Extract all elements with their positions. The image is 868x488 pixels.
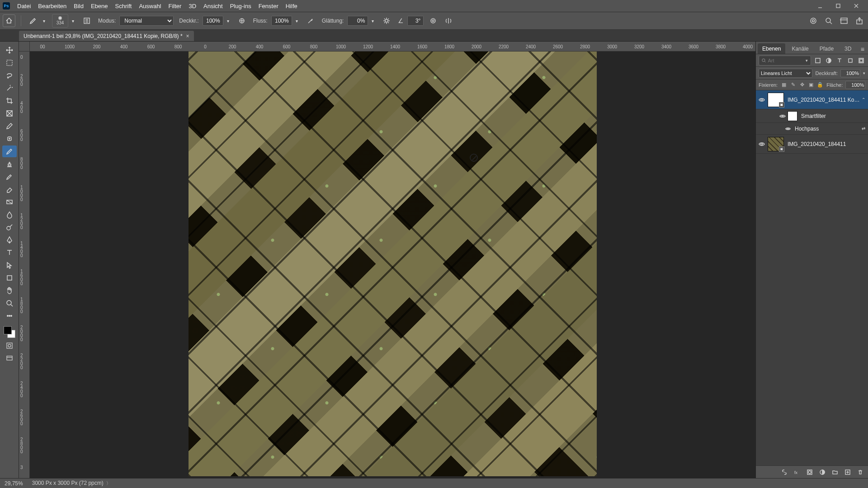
workspace-icon[interactable]	[838, 15, 850, 27]
lock-artboard-icon[interactable]: ▣	[807, 81, 815, 89]
gradient-tool[interactable]	[2, 196, 17, 208]
hand-tool[interactable]	[2, 285, 17, 296]
opacity-chevron-icon[interactable]: ▾	[227, 19, 232, 23]
ruler-horizontal[interactable]: 0010002004006008000200400600800100012001…	[19, 42, 755, 52]
menu-fenster[interactable]: Fenster	[255, 1, 282, 11]
cloud-docs-icon[interactable]	[807, 15, 819, 27]
panel-tab-3d[interactable]: 3D	[840, 43, 856, 54]
pen-tool[interactable]	[2, 234, 17, 246]
marquee-tool[interactable]	[2, 57, 17, 69]
layer-filter-search[interactable]: ▾	[759, 56, 811, 66]
blend-mode-select[interactable]: Normal	[119, 16, 174, 26]
panel-tab-kanaele[interactable]: Kanäle	[787, 43, 813, 54]
docinfo-chevron-icon[interactable]: 〉	[106, 481, 111, 486]
layer-row[interactable]: ▣ IMG_20210420_184411	[756, 135, 868, 154]
flow-input[interactable]	[271, 16, 292, 26]
filter-visibility-toggle[interactable]	[778, 113, 788, 119]
search-icon[interactable]	[823, 15, 835, 27]
document-tab[interactable]: Unbenannt-1 bei 29,8% (IMG_20210420_1844…	[19, 31, 194, 41]
stamp-tool[interactable]	[2, 158, 17, 170]
color-swatches[interactable]	[3, 325, 16, 339]
menu-datei[interactable]: Datei	[14, 1, 34, 11]
smartfilter-header[interactable]: Smartfilter	[756, 109, 868, 123]
lock-all-icon[interactable]: 🔒	[816, 81, 824, 89]
smartfilter-item-visibility[interactable]	[784, 126, 792, 131]
ruler-vertical[interactable]: 0200400600800100012001400160018002000220…	[19, 52, 30, 478]
foreground-color-swatch[interactable]	[4, 326, 12, 334]
filter-type-icon[interactable]	[835, 56, 844, 65]
eraser-tool[interactable]	[2, 183, 17, 195]
menu-bild[interactable]: Bild	[70, 1, 87, 11]
filter-chevron-icon[interactable]: ▾	[806, 58, 808, 63]
group-icon[interactable]	[831, 468, 839, 476]
filter-mask-thumb[interactable]	[788, 111, 797, 121]
layer-row[interactable]: ▣ IMG_20210420_184411 Kopie ⌃	[756, 90, 868, 109]
layer-thumb[interactable]: ▣	[768, 137, 784, 151]
layer-thumb[interactable]: ▣	[768, 93, 784, 107]
menu-ansicht[interactable]: Ansicht	[200, 1, 226, 11]
share-icon[interactable]	[854, 15, 865, 27]
crop-tool[interactable]	[2, 95, 17, 107]
ruler-origin[interactable]	[19, 42, 30, 52]
shape-tool[interactable]	[2, 272, 17, 284]
adjustment-icon[interactable]	[818, 468, 826, 476]
fx-icon[interactable]: fx	[793, 468, 801, 476]
zoom-level[interactable]: 29,75%	[5, 480, 23, 487]
close-tab-icon[interactable]: ×	[186, 33, 189, 39]
toolbox-more-icon[interactable]	[2, 310, 17, 322]
window-maximize-button[interactable]	[829, 0, 847, 12]
brush-panel-toggle-icon[interactable]	[81, 15, 93, 27]
mask-icon[interactable]	[806, 468, 814, 476]
layer-blend-mode-select[interactable]: Lineares Licht	[759, 69, 812, 78]
lock-paint-icon[interactable]: ✎	[789, 81, 797, 89]
blur-tool[interactable]	[2, 209, 17, 221]
menu-bearbeiten[interactable]: Bearbeiten	[34, 1, 70, 11]
panel-menu-icon[interactable]: ≡	[859, 45, 866, 54]
airbrush-icon[interactable]	[305, 15, 316, 27]
pressure-size-icon[interactable]	[427, 15, 439, 27]
smartfilter-item-name[interactable]: Hochpass	[795, 126, 819, 132]
filter-shape-icon[interactable]	[846, 56, 854, 65]
brush-tool[interactable]	[2, 145, 17, 157]
layer-visibility-toggle[interactable]	[756, 141, 768, 148]
brush-chevron-icon[interactable]: ▾	[72, 19, 77, 23]
fill-input[interactable]	[845, 81, 865, 89]
layer-opacity-input[interactable]	[840, 69, 860, 77]
brush-preset-picker[interactable]: 334	[52, 14, 68, 28]
wand-tool[interactable]	[2, 82, 17, 94]
panel-tab-ebenen[interactable]: Ebenen	[758, 43, 785, 54]
lasso-tool[interactable]	[2, 70, 17, 81]
layer-visibility-toggle[interactable]	[756, 96, 768, 103]
panel-tab-pfade[interactable]: Pfade	[815, 43, 838, 54]
tool-preset-chevron-icon[interactable]: ▾	[43, 19, 48, 23]
menu-hilfe[interactable]: Hilfe	[282, 1, 301, 11]
quickmask-toggle[interactable]	[2, 340, 17, 352]
layer-opacity-chevron-icon[interactable]: ▾	[863, 71, 865, 75]
layer-filter-input[interactable]	[768, 58, 804, 63]
layer-name[interactable]: IMG_20210420_184411 Kopie	[788, 97, 860, 103]
opacity-pressure-icon[interactable]	[236, 15, 248, 27]
filter-pixel-icon[interactable]	[814, 56, 822, 65]
angle-input[interactable]	[407, 16, 424, 26]
link-layers-icon[interactable]	[780, 468, 788, 476]
history-brush-tool[interactable]	[2, 171, 17, 183]
dodge-tool[interactable]	[2, 221, 17, 233]
smoothing-gear-icon[interactable]	[381, 15, 392, 27]
smartfilter-item[interactable]: Hochpass ⇄	[756, 123, 868, 135]
type-tool[interactable]	[2, 247, 17, 258]
filter-disclosure-icon[interactable]: ⌃	[862, 97, 865, 102]
layer-name[interactable]: IMG_20210420_184411	[788, 141, 865, 147]
doc-info[interactable]: 3000 Px x 3000 Px (72 ppcm)〉	[32, 480, 111, 487]
eyedropper-tool[interactable]	[2, 120, 17, 132]
filter-adjust-icon[interactable]	[825, 56, 833, 65]
filter-blend-icon[interactable]: ⇄	[862, 126, 865, 131]
move-tool[interactable]	[2, 44, 17, 56]
lock-transparent-icon[interactable]: ▦	[780, 81, 788, 89]
canvas-stage[interactable]	[30, 52, 755, 478]
menu-ebene[interactable]: Ebene	[87, 1, 112, 11]
home-button[interactable]	[3, 14, 15, 27]
lock-position-icon[interactable]: ✥	[798, 81, 806, 89]
menu-3d[interactable]: 3D	[185, 1, 200, 11]
window-minimize-button[interactable]	[811, 0, 829, 12]
flow-chevron-icon[interactable]: ▾	[296, 19, 301, 23]
